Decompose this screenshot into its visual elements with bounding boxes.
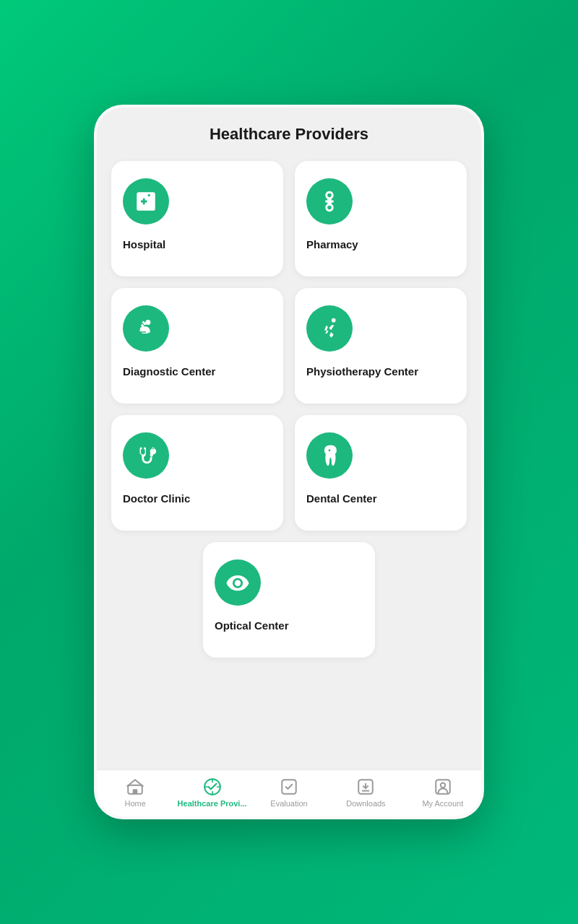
healthcare-nav-icon <box>203 777 222 796</box>
nav-item-evaluation[interactable]: Evaluation <box>251 777 327 808</box>
card-hospital[interactable]: Hospital <box>111 161 283 276</box>
card-dental[interactable]: Dental Center <box>295 415 467 531</box>
card-hospital-label: Hospital <box>123 237 165 252</box>
optical-icon-wrap <box>215 559 261 606</box>
svg-point-1 <box>145 320 150 325</box>
hospital-icon-wrap <box>123 178 169 225</box>
card-grid-row2: Diagnostic Center Physiotherapy Center <box>111 288 467 404</box>
nav-label-healthcare: Healthcare Provi... <box>178 799 247 808</box>
nav-label-home: Home <box>125 799 146 808</box>
card-grid-row3: Doctor Clinic Dental Center <box>111 415 467 531</box>
pharmacy-icon <box>317 189 342 214</box>
physiotherapy-icon-wrap <box>306 305 353 352</box>
card-grid-row4: Optical Center <box>111 542 467 658</box>
nav-label-evaluation: Evaluation <box>270 799 307 808</box>
card-doctor[interactable]: Doctor Clinic <box>111 415 283 531</box>
card-diagnostic[interactable]: Diagnostic Center <box>111 288 283 404</box>
hospital-icon <box>134 189 158 214</box>
dental-icon <box>317 443 342 468</box>
card-doctor-label: Doctor Clinic <box>123 492 190 506</box>
nav-item-myaccount[interactable]: My Account <box>405 777 481 808</box>
page-title: Healthcare Providers <box>111 125 467 144</box>
card-grid-row1: Hospital Pharmacy <box>111 161 467 276</box>
card-physiotherapy[interactable]: Physiotherapy Center <box>295 288 467 404</box>
svg-rect-0 <box>145 194 147 196</box>
phone-frame: Healthcare Providers Hospital <box>94 105 484 819</box>
svg-point-2 <box>332 318 336 323</box>
home-icon <box>126 777 144 796</box>
optical-icon <box>225 570 250 595</box>
doctor-icon <box>134 443 158 468</box>
doctor-icon-wrap <box>123 432 169 479</box>
card-pharmacy[interactable]: Pharmacy <box>295 161 467 276</box>
card-physiotherapy-label: Physiotherapy Center <box>306 365 418 379</box>
diagnostic-icon <box>134 316 158 341</box>
svg-rect-4 <box>133 789 138 794</box>
myaccount-icon <box>434 777 452 796</box>
diagnostic-icon-wrap <box>123 305 169 352</box>
dental-icon-wrap <box>306 432 353 479</box>
downloads-icon <box>356 777 375 796</box>
svg-point-9 <box>441 783 446 788</box>
nav-item-downloads[interactable]: Downloads <box>327 777 404 808</box>
card-dental-label: Dental Center <box>306 492 377 506</box>
main-content: Healthcare Providers Hospital <box>97 108 481 770</box>
nav-label-downloads: Downloads <box>346 799 385 808</box>
nav-label-myaccount: My Account <box>422 799 463 808</box>
card-pharmacy-label: Pharmacy <box>306 237 358 252</box>
card-diagnostic-label: Diagnostic Center <box>123 365 215 379</box>
evaluation-icon <box>280 777 298 796</box>
physiotherapy-icon <box>317 316 342 341</box>
card-optical[interactable]: Optical Center <box>203 542 375 658</box>
nav-item-home[interactable]: Home <box>97 777 173 808</box>
pharmacy-icon-wrap <box>306 178 353 225</box>
bottom-nav: Home Healthcare Provi... Evaluation <box>97 770 481 816</box>
card-optical-label: Optical Center <box>215 619 289 633</box>
nav-item-healthcare[interactable]: Healthcare Provi... <box>173 777 250 808</box>
